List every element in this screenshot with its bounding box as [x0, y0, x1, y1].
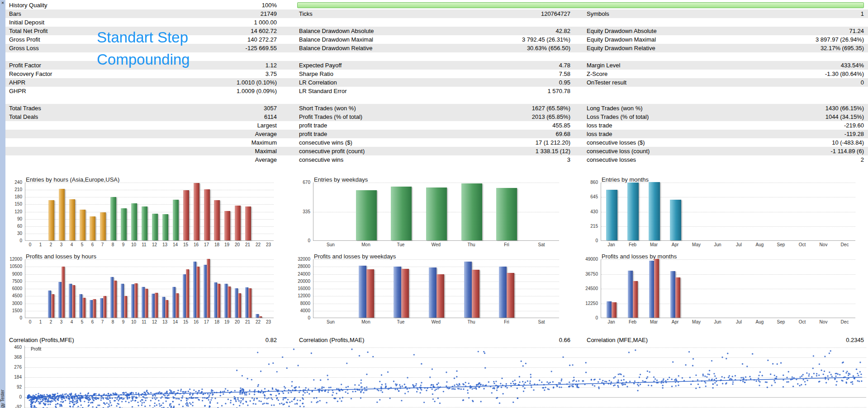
gridline — [25, 259, 274, 260]
x-tick-label: 9 — [118, 319, 128, 324]
stats-row: Maximalconsecutive profit (count)1 338.1… — [5, 147, 868, 155]
stat-value: 30.63% (656.50) — [527, 44, 570, 52]
stat-label: Recovery Factor — [9, 70, 52, 78]
y-tick-label: 0 — [291, 238, 310, 243]
y-tick-label: 24500 — [579, 286, 598, 291]
stat-label: Balance Drawdown Relative — [299, 44, 373, 52]
bar — [612, 302, 617, 318]
x-tick-label: 9 — [118, 242, 128, 247]
x-tick-label: Tue — [383, 242, 418, 247]
x-tick-label: 3 — [56, 242, 66, 247]
bar — [58, 282, 62, 318]
stat-label: consecutive loss (count) — [587, 147, 650, 155]
x-tick-label: 14 — [170, 242, 180, 247]
stat-value: Maximum — [251, 138, 277, 147]
close-icon[interactable]: × — [0, 0, 5, 6]
x-tick-label: Sat — [524, 242, 559, 247]
x-tick-label: 23 — [263, 319, 274, 324]
y-tick-label: 0 — [3, 315, 22, 320]
bar — [62, 267, 65, 318]
x-tick-label: Nov — [813, 319, 834, 324]
stats-row: Total Trades3057Short Trades (won %)1627… — [5, 104, 868, 113]
x-tick-label: Nov — [813, 242, 834, 247]
bar — [204, 265, 207, 318]
x-tick-label: Oct — [792, 319, 813, 324]
bar — [100, 212, 106, 240]
bar — [606, 190, 617, 240]
gridline — [601, 259, 855, 260]
bar — [48, 200, 54, 240]
stat-value: 1430 (66.15%) — [825, 104, 864, 113]
bar — [121, 208, 127, 240]
y-tick-label: 120 — [3, 209, 22, 214]
x-tick-label: 19 — [222, 242, 232, 247]
y-tick-label: 335 — [291, 209, 310, 214]
stat-label: Balance Drawdown Absolute — [299, 27, 374, 35]
x-tick-label: Jul — [728, 242, 749, 247]
x-tick-label: 12 — [149, 242, 160, 247]
bar — [426, 188, 447, 240]
stat-label: LR Standard Error — [299, 87, 347, 95]
stat-label: Long Trades (won %) — [587, 104, 643, 113]
bar — [80, 210, 85, 240]
correlation-mfe-mae-value: 0.2345 — [846, 336, 864, 344]
y-tick-label: 0 — [579, 238, 598, 243]
bar — [248, 288, 251, 318]
bar — [69, 284, 72, 318]
bar — [90, 216, 95, 240]
y-tick-label: 32000 — [291, 257, 310, 262]
bar — [359, 266, 366, 318]
x-tick-label: 0 — [25, 319, 35, 324]
stat-value: 6114 — [264, 113, 277, 121]
stats-row: Bars21749Ticks120764727Symbols1 — [5, 9, 868, 18]
stat-value: 4.78 — [559, 61, 570, 70]
bar — [175, 293, 179, 318]
x-tick-label: 18 — [212, 242, 222, 247]
stat-value: 21749 — [261, 9, 277, 18]
bar — [238, 293, 241, 318]
stat-value: 1.0010 (0.10%) — [237, 78, 277, 87]
stat-value: 455.85 — [552, 121, 570, 130]
stats-row: Averageprofit trade69.68loss trade-119.2… — [5, 130, 868, 138]
bar — [172, 287, 175, 318]
x-tick-label: 20 — [232, 242, 242, 247]
stat-label: OnTester result — [587, 78, 626, 87]
y-tick-label: 28000 — [291, 264, 310, 269]
y-tick-label: 215 — [579, 224, 598, 229]
strategy-tester-tab[interactable]: egy Tester — [0, 370, 5, 408]
x-tick-label: Feb — [622, 242, 643, 247]
x-tick-label: 17 — [201, 319, 212, 324]
stat-value: 3 — [567, 155, 570, 164]
bar — [193, 262, 196, 318]
x-tick-label: 11 — [139, 319, 149, 324]
bar — [162, 214, 168, 240]
x-tick-label: Dec — [834, 319, 855, 324]
bar — [183, 190, 189, 240]
gridline — [313, 183, 559, 183]
y-tick-label: 7500 — [3, 279, 22, 284]
x-tick-label: Feb — [622, 319, 643, 324]
chart-title: Profits and losses by hours — [26, 253, 96, 260]
stats-row: Largestprofit trade455.85loss trade-219.… — [5, 121, 868, 130]
bar — [224, 284, 228, 318]
x-tick-label: Sep — [770, 242, 792, 247]
y-tick-label: 860 — [579, 180, 598, 185]
stat-value: Average — [255, 155, 277, 164]
stat-label: Short Trades (won %) — [299, 104, 356, 113]
x-tick-label: 4 — [66, 242, 77, 247]
stat-value: Maximal — [255, 147, 277, 155]
stat-label: Bars — [9, 9, 21, 18]
history-quality-label: History Quality — [9, 1, 47, 9]
x-tick-label: Jan — [601, 242, 622, 247]
x-tick-label: 21 — [242, 242, 253, 247]
bar — [627, 183, 639, 240]
y-tick-label: 9000 — [3, 272, 22, 277]
x-tick-label: Dec — [834, 242, 855, 247]
x-tick-label: 5 — [77, 319, 87, 324]
bar — [649, 182, 660, 240]
stat-value: -1 114.89 (6) — [831, 147, 864, 155]
stat-label: Equity Drawdown Maximal — [587, 35, 656, 44]
stat-label: Margin Level — [587, 61, 620, 70]
x-tick-label: Sep — [770, 319, 792, 324]
bar — [145, 289, 148, 318]
